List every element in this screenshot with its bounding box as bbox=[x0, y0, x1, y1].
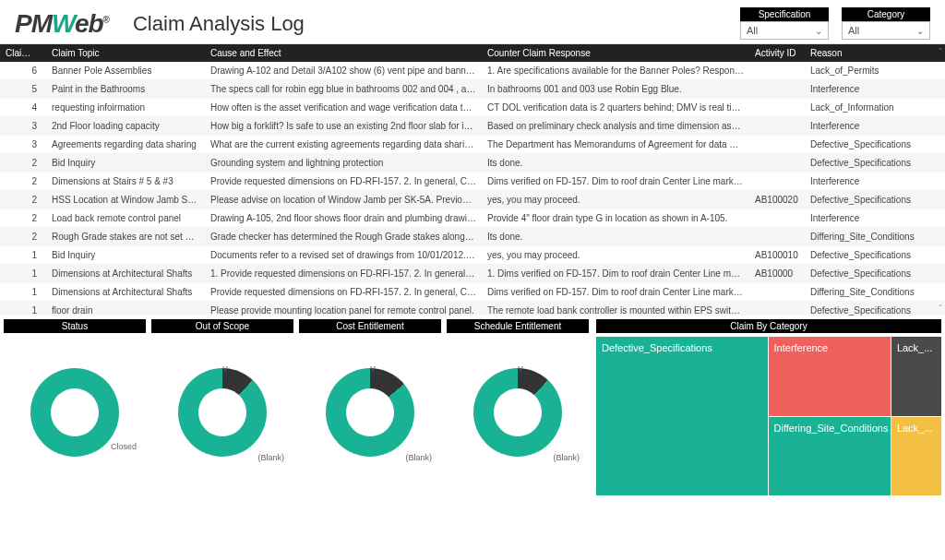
donut-chart-out-of-scope[interactable]: Y (Blank) bbox=[151, 337, 293, 488]
donut-chart-status[interactable]: Closed bbox=[4, 337, 146, 488]
cell-claim-number: 1 bbox=[0, 265, 46, 282]
chart-title-claim-by-category: Claim By Category bbox=[596, 319, 941, 333]
filter-label-specification: Specification bbox=[740, 7, 829, 21]
cell-reason: Lack_of_Permits bbox=[805, 62, 923, 79]
page-title: Claim Analysis Log bbox=[133, 12, 305, 36]
cell-cause-effect: How big a forklift? Is safe to use an ex… bbox=[205, 117, 482, 135]
table-row[interactable]: 1Dimensions at Architectural Shafts1. Pr… bbox=[0, 265, 945, 283]
scroll-up-icon[interactable]: ˄ bbox=[939, 47, 943, 56]
col-activity-id[interactable]: Activity ID bbox=[749, 44, 805, 62]
cell-claim-number: 2 bbox=[0, 209, 46, 227]
cell-claim-topic: floor drain bbox=[46, 302, 205, 316]
table-row[interactable]: 5Paint in the BathroomsThe specs call fo… bbox=[0, 80, 945, 99]
scroll-down-icon[interactable]: ˅ bbox=[939, 304, 943, 313]
cell-claim-topic: requesting infoirmation bbox=[46, 99, 205, 116]
cell-reason: Differing_Site_Conditions bbox=[805, 228, 923, 245]
filter-value-category: All bbox=[848, 25, 859, 36]
treemap-cell-defective[interactable]: Defective_Specifications bbox=[596, 337, 768, 495]
logo-text-w: W bbox=[52, 9, 75, 38]
filter-select-specification[interactable]: All ⌄ bbox=[740, 21, 829, 40]
chevron-down-icon: ⌄ bbox=[815, 26, 822, 36]
cell-counter-response: yes, you may proceed. bbox=[482, 246, 749, 264]
table-row[interactable]: 1Bid InquiryDocuments refer to a revised… bbox=[0, 246, 945, 265]
treemap-cell-differing[interactable]: Differing_Site_Conditions bbox=[769, 417, 891, 496]
cell-reason: Defective_Specifications bbox=[805, 246, 923, 264]
treemap-cell-lack-2[interactable]: Lack_... bbox=[891, 417, 941, 496]
cell-counter-response: Dims verified on FD-157. Dim to roof dra… bbox=[482, 283, 749, 301]
cell-cause-effect: What are the current existing agreements… bbox=[205, 136, 482, 153]
cell-activity-id bbox=[749, 117, 805, 135]
table-row[interactable]: 2Dimensions at Stairs # 5 & #3 Provide r… bbox=[0, 173, 945, 191]
cell-cause-effect: Provide requested dimensions on FD-RFI-1… bbox=[205, 283, 482, 301]
cell-counter-response: In bathrooms 001 and 003 use Robin Egg B… bbox=[482, 80, 749, 98]
donut-legend-blank: (Blank) bbox=[257, 453, 284, 462]
table-row[interactable]: 1floor drainPlease provide mounting loca… bbox=[0, 302, 945, 316]
table-row[interactable]: 6Banner Pole AssembliesDrawing A-102 and… bbox=[0, 62, 945, 80]
cell-claim-topic: Load back remote control panel bbox=[46, 209, 205, 227]
cell-cause-effect: How often is the asset verification and … bbox=[205, 99, 482, 116]
col-cause-effect[interactable]: Cause and Effect bbox=[205, 44, 482, 62]
cell-counter-response: The remote load bank controller is mount… bbox=[482, 302, 749, 316]
cell-cause-effect: The specs call for robin egg blue in bat… bbox=[205, 80, 482, 98]
cell-cause-effect: Grade checker has determined the Rough G… bbox=[205, 228, 482, 245]
cell-cause-effect: 1. Provide requested dimensions on FD-RF… bbox=[205, 265, 482, 282]
donut-legend-closed: Closed bbox=[111, 442, 137, 451]
logo-registered-icon: ® bbox=[103, 14, 109, 24]
cell-claim-topic: Dimensions at Stairs # 5 & #3 bbox=[46, 173, 205, 190]
treemap-cell-lack-1[interactable]: Lack_... bbox=[891, 337, 941, 416]
cell-claim-topic: Agreements regarding data sharing bbox=[46, 136, 205, 153]
cell-activity-id bbox=[749, 173, 805, 190]
cell-activity-id bbox=[749, 136, 805, 153]
cell-cause-effect: Please provide mounting location panel f… bbox=[205, 302, 482, 316]
cell-claim-number: 4 bbox=[0, 99, 46, 116]
treemap-chart[interactable]: Defective_Specifications Interference La… bbox=[596, 337, 941, 495]
cell-reason: Interference bbox=[805, 209, 923, 227]
cell-counter-response: 1. Are specifications available for the … bbox=[482, 62, 749, 79]
donut-legend-blank: (Blank) bbox=[553, 453, 580, 462]
table-row[interactable]: 3Agreements regarding data sharingWhat a… bbox=[0, 136, 945, 154]
cell-activity-id bbox=[749, 302, 805, 316]
table-row[interactable]: 4requesting infoirmationHow often is the… bbox=[0, 99, 945, 117]
cell-counter-response: Based on preliminary check analysis and … bbox=[482, 117, 749, 135]
table-row[interactable]: 2HSS Location at Window Jamb SK-5APlease… bbox=[0, 191, 945, 209]
table-row[interactable]: 2Bid InquiryGrounding system and lightni… bbox=[0, 154, 945, 173]
donut-chart-schedule-entitlement[interactable]: Y (Blank) bbox=[447, 337, 589, 488]
cell-claim-number: 5 bbox=[0, 80, 46, 98]
cell-activity-id: AB10000 bbox=[749, 265, 805, 282]
cell-cause-effect: Grounding system and lightning protectio… bbox=[205, 154, 482, 172]
cell-claim-topic: Dimensions at Architectural Shafts bbox=[46, 265, 205, 282]
donut-legend-y: Y bbox=[518, 364, 523, 374]
chart-title-status: Status bbox=[4, 319, 146, 333]
cell-claim-topic: Banner Pole Assemblies bbox=[46, 62, 205, 79]
treemap-cell-interference[interactable]: Interference bbox=[769, 337, 891, 416]
cell-claim-topic: HSS Location at Window Jamb SK-5A bbox=[46, 191, 205, 209]
chart-title-out-of-scope: Out of Scope bbox=[151, 319, 293, 333]
filter-select-category[interactable]: All ⌄ bbox=[842, 21, 930, 40]
chart-title-cost-entitlement: Cost Entitlement bbox=[299, 319, 441, 333]
table-row[interactable]: 1Dimensions at Architectural ShaftsProvi… bbox=[0, 283, 945, 302]
col-reason[interactable]: Reason bbox=[805, 44, 923, 62]
cell-counter-response: Its done. bbox=[482, 228, 749, 245]
col-counter-claim-response[interactable]: Counter Claim Response bbox=[482, 44, 749, 62]
cell-cause-effect: Drawing A-102 and Detail 3/A102 show (6)… bbox=[205, 62, 482, 79]
cell-claim-number: 3 bbox=[0, 117, 46, 135]
donut-chart-cost-entitlement[interactable]: Y (Blank) bbox=[299, 337, 441, 488]
col-claim-number[interactable]: Claim #▼ bbox=[0, 44, 46, 62]
cell-reason: Defective_Specifications bbox=[805, 136, 923, 153]
table-row[interactable]: 32nd Floor loading capacityHow big a for… bbox=[0, 117, 945, 136]
cell-cause-effect: Documents refer to a revised set of draw… bbox=[205, 246, 482, 264]
cell-reason: Defective_Specifications bbox=[805, 154, 923, 172]
col-claim-topic[interactable]: Claim Topic bbox=[46, 44, 205, 62]
logo-text-eb: eb bbox=[75, 9, 103, 38]
filter-value-specification: All bbox=[747, 25, 758, 36]
cell-counter-response: Provide 4" floor drain type G in locatio… bbox=[482, 209, 749, 227]
app-logo: PMWeb® bbox=[15, 9, 109, 39]
cell-reason: Lack_of_Information bbox=[805, 99, 923, 116]
table-row[interactable]: 2Load back remote control panelDrawing A… bbox=[0, 209, 945, 228]
table-row[interactable]: 2Rough Grade stakes are not set at reque… bbox=[0, 228, 945, 246]
cell-claim-number: 1 bbox=[0, 246, 46, 264]
cell-reason: Interference bbox=[805, 117, 923, 135]
table-scrollbar[interactable]: ˄ ˅ bbox=[936, 44, 945, 316]
chevron-down-icon: ⌄ bbox=[916, 26, 924, 36]
cell-claim-topic: Paint in the Bathrooms bbox=[46, 80, 205, 98]
